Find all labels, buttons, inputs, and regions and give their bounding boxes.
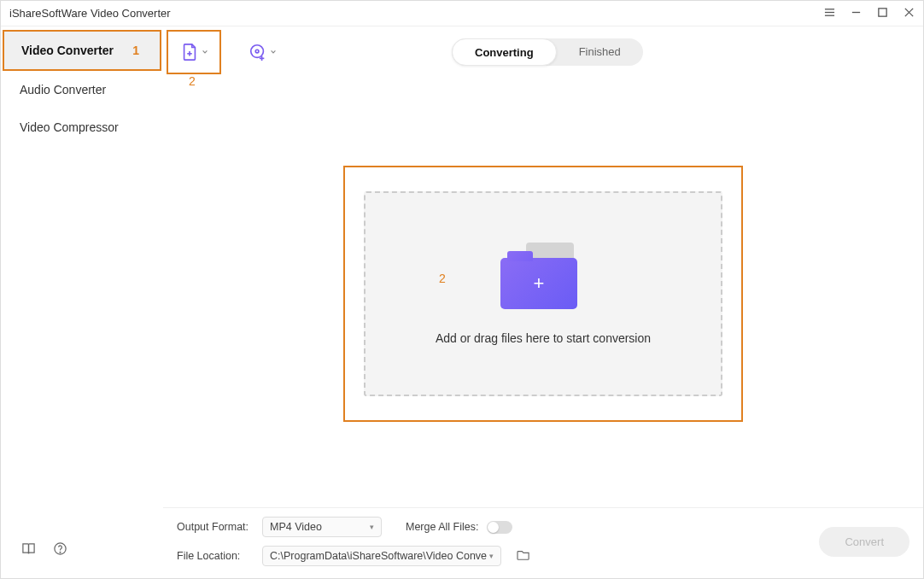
tab-finished[interactable]: Finished [557, 38, 643, 66]
chevron-down-icon: ▾ [370, 523, 374, 531]
output-format-select[interactable]: MP4 Video ▾ [262, 517, 382, 537]
app-title: iShareSoftWare Video Converter [9, 7, 171, 20]
chevron-down-icon [270, 49, 277, 56]
svg-point-11 [250, 45, 263, 58]
sidebar: Video Converter 1 Audio Converter Video … [1, 26, 163, 578]
bottom-bar: Output Format: MP4 Video ▾ Merge All Fil… [163, 507, 923, 578]
annotation-1: 1 [132, 44, 146, 57]
svg-rect-4 [879, 8, 886, 15]
open-folder-button[interactable] [517, 549, 530, 564]
status-segment: Converting Finished [452, 38, 643, 66]
content-area: 2 Converting Finished 2 + Add or drag f [163, 26, 923, 578]
file-location-select[interactable]: C:\ProgramData\iShareSoftware\Video Conv… [262, 546, 501, 566]
drop-zone-text: Add or drag files here to start conversi… [436, 331, 651, 345]
sidebar-item-video-compressor[interactable]: Video Compressor [1, 108, 163, 146]
svg-point-12 [255, 50, 259, 53]
sidebar-item-audio-converter[interactable]: Audio Converter [1, 71, 163, 108]
folder-add-icon: + [500, 243, 586, 311]
file-location-value: C:\ProgramData\iShareSoftware\Video Conv… [270, 550, 487, 562]
chevron-down-icon: ▾ [489, 552, 494, 560]
sidebar-item-video-converter[interactable]: Video Converter 1 [3, 30, 161, 71]
close-icon[interactable] [904, 7, 915, 20]
sidebar-item-label: Video Compressor [20, 120, 119, 134]
disc-icon [249, 43, 267, 61]
merge-files-toggle[interactable] [487, 521, 512, 534]
help-icon[interactable] [53, 541, 67, 559]
add-file-icon [180, 43, 199, 61]
merge-files-label: Merge All Files: [406, 521, 478, 533]
chevron-down-icon [202, 49, 208, 56]
menu-icon[interactable] [824, 7, 835, 20]
maximize-icon[interactable] [877, 7, 888, 20]
file-location-label: File Location: [177, 550, 254, 562]
drop-zone[interactable]: + Add or drag files here to start conver… [364, 191, 722, 396]
tab-converting[interactable]: Converting [452, 38, 557, 66]
convert-button: Convert [819, 527, 909, 557]
output-format-value: MP4 Video [270, 521, 322, 533]
sidebar-item-label: Audio Converter [20, 83, 106, 96]
drop-highlight-box: 2 + Add or drag files here to start conv… [343, 166, 743, 422]
book-icon[interactable] [21, 541, 36, 559]
sidebar-item-label: Video Converter [21, 44, 114, 57]
add-disc-button[interactable] [235, 30, 289, 74]
svg-point-8 [60, 552, 61, 553]
output-format-label: Output Format: [177, 521, 254, 533]
add-file-button[interactable] [167, 30, 221, 74]
minimize-icon[interactable] [851, 7, 862, 20]
titlebar: iShareSoftWare Video Converter [1, 1, 923, 26]
annotation-2b: 2 [439, 272, 446, 285]
